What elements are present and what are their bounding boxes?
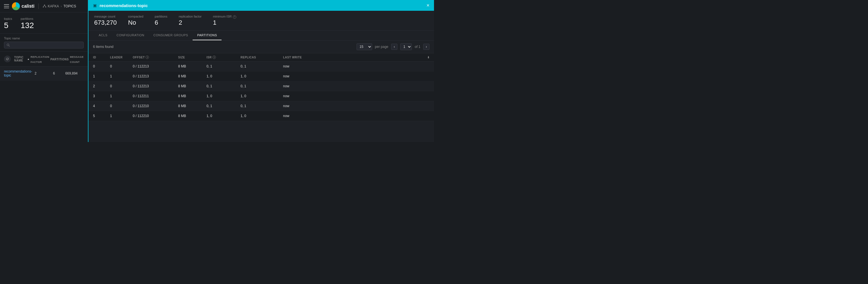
search-wrapper	[4, 42, 84, 48]
panel-header: ▣ recommendations-topic ×	[89, 0, 434, 11]
tab-configuration[interactable]: CONFIGURATION	[112, 31, 149, 40]
info-icon: ?	[233, 15, 236, 19]
col-header-leader: LEADER	[110, 56, 133, 59]
cell-isr: 1, 0	[207, 74, 241, 78]
cell-size: 8 MB	[178, 74, 207, 78]
cell-isr: 0, 1	[207, 84, 241, 88]
filter-area: Topic name	[0, 34, 88, 51]
hamburger-menu[interactable]	[4, 4, 9, 8]
table-row[interactable]: recommendations-topic 2 6 669,894	[0, 67, 88, 80]
cell-lastwrite: now	[283, 84, 421, 88]
left-table-header: TOPIC NAME ▲ REPLICATION FACTOR PARTITIO…	[0, 51, 88, 67]
cell-lastwrite: now	[283, 114, 421, 118]
breadcrumb-kafka[interactable]: KAFKA	[42, 4, 59, 8]
svg-line-6	[9, 46, 10, 47]
col-header-partitions[interactable]: PARTITIONS	[51, 58, 69, 61]
top-nav: calisti KAFKA › TOPICS	[0, 0, 88, 12]
next-page-button[interactable]: ›	[423, 44, 430, 50]
cell-id: 1	[93, 74, 110, 78]
data-table: ID LEADER OFFSET ? SIZE ISR ? REPLICAS L…	[89, 53, 434, 142]
logo-area: calisti	[12, 2, 34, 10]
col-header-replication[interactable]: REPLICATION FACTOR	[31, 56, 49, 64]
cell-lastwrite: now	[283, 74, 421, 78]
compacted-label: compacted	[128, 15, 144, 18]
cell-leader: 1	[110, 94, 133, 98]
cell-leader: 0	[110, 104, 133, 108]
message-count-label: message count	[94, 15, 117, 18]
topic-icon: ▣	[93, 3, 97, 8]
data-table-header: ID LEADER OFFSET ? SIZE ISR ? REPLICAS L…	[89, 53, 434, 62]
cell-size: 8 MB	[178, 104, 207, 108]
replication-factor-value: 2	[179, 19, 202, 26]
per-page-select[interactable]: 152550100	[356, 43, 372, 50]
tab-acls[interactable]: ACLS	[94, 31, 112, 40]
partitions-metric: partitions 6	[155, 15, 167, 26]
download-header-icon: ⬇	[427, 56, 430, 59]
prev-page-button[interactable]: ‹	[391, 44, 397, 50]
col-header-download: ⬇	[421, 56, 430, 59]
topics-stat: topics 5	[4, 17, 12, 30]
stats-area: topics 5 partitions 132	[0, 12, 88, 34]
table-row: 5 1 0 / 112210 8 MB 1, 0 1, 0 now	[89, 111, 434, 121]
svg-line-4	[44, 5, 46, 6]
cell-id: 3	[93, 94, 110, 98]
replication-cell: 2	[35, 71, 53, 75]
filter-label: Topic name	[4, 37, 84, 40]
table-row: 3 1 0 / 112211 8 MB 1, 0 1, 0 now	[89, 91, 434, 101]
minimum-isr-label: minimum ISR	[213, 15, 232, 18]
compacted-value: No	[128, 19, 144, 26]
logo-icon	[12, 2, 20, 10]
cell-size: 8 MB	[178, 114, 207, 118]
topics-stat-value: 5	[4, 21, 12, 30]
partitions-toolbar: 6 items found 152550100 per page ‹ 1 of …	[89, 40, 434, 53]
cell-replicas: 1, 0	[241, 114, 283, 118]
cell-lastwrite: now	[283, 64, 421, 68]
col-header-offset: OFFSET ?	[133, 56, 178, 59]
table-row: 4 0 0 / 112210 8 MB 0, 1 0, 1 now	[89, 101, 434, 111]
col-header-isr: ISR ?	[207, 56, 241, 59]
cell-id: 2	[93, 84, 110, 88]
svg-point-5	[7, 44, 9, 46]
partitions-stat: partitions 132	[21, 17, 34, 30]
kafka-label: KAFKA	[48, 4, 59, 8]
minimum-isr-metric: minimum ISR ? 1	[213, 15, 236, 26]
col-header-topic-name[interactable]: TOPIC NAME	[14, 56, 26, 62]
metrics-row: message count 673,270 compacted No parti…	[89, 11, 434, 31]
topic-name-cell: recommendations-topic	[4, 69, 35, 77]
message-count-value: 673,270	[94, 19, 117, 26]
svg-point-0	[44, 4, 45, 5]
tab-consumer-groups[interactable]: CONSUMER GROUPS	[149, 31, 193, 40]
isr-info-icon: ?	[213, 56, 216, 59]
left-panel: calisti KAFKA › TOPICS topics 5 partitio…	[0, 0, 88, 142]
replication-factor-metric: replication factor 2	[179, 15, 202, 26]
cell-replicas: 1, 0	[241, 74, 283, 78]
close-button[interactable]: ×	[426, 3, 430, 8]
right-panel: ▣ recommendations-topic × message count …	[88, 0, 434, 142]
topics-stat-label: topics	[4, 17, 12, 21]
cell-size: 8 MB	[178, 64, 207, 68]
search-input[interactable]	[12, 43, 51, 47]
cell-offset: 0 / 112211	[133, 94, 178, 98]
breadcrumb-separator: ›	[61, 4, 62, 8]
compacted-metric: compacted No	[128, 15, 144, 26]
page-select[interactable]: 1	[400, 43, 412, 50]
cell-size: 8 MB	[178, 84, 207, 88]
refresh-button[interactable]	[4, 56, 11, 62]
cell-replicas: 0, 1	[241, 84, 283, 88]
table-row: 2 0 0 / 112213 8 MB 0, 1 0, 1 now	[89, 81, 434, 91]
col-header-replicas: REPLICAS	[241, 56, 283, 59]
cell-replicas: 1, 0	[241, 94, 283, 98]
cell-leader: 1	[110, 74, 133, 78]
col-header-message-count[interactable]: MESSAGE COUNT	[70, 56, 84, 64]
svg-line-3	[43, 5, 44, 6]
table-row: 0 0 0 / 112213 8 MB 0, 1 0, 1 now	[89, 62, 434, 71]
replication-factor-label: replication factor	[179, 15, 202, 18]
cell-leader: 0	[110, 64, 133, 68]
minimum-isr-label-row: minimum ISR ?	[213, 15, 236, 19]
cell-isr: 0, 1	[207, 104, 241, 108]
cell-id: 0	[93, 64, 110, 68]
topics-label[interactable]: TOPICS	[64, 4, 76, 8]
items-found: 6 items found	[93, 45, 114, 49]
cell-leader: 0	[110, 84, 133, 88]
tab-partitions[interactable]: PARTITIONS	[193, 31, 221, 40]
